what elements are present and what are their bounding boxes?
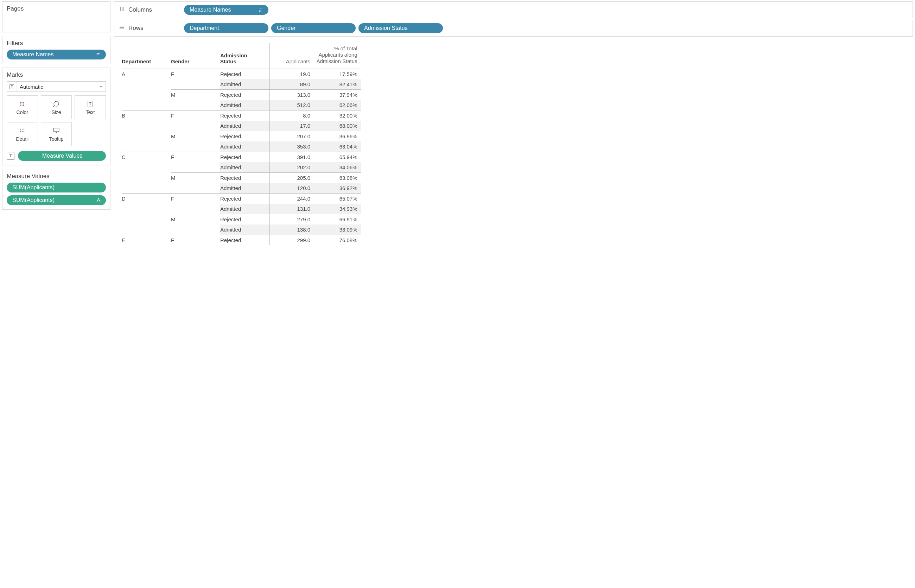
header-pct[interactable]: % of Total Applicants along Admission St… [315, 43, 361, 69]
svg-point-13 [119, 27, 120, 28]
sort-icon [96, 52, 101, 57]
svg-rect-11 [53, 128, 59, 132]
table-row[interactable]: MRejected207.036.96% [122, 131, 361, 142]
table-row[interactable]: MRejected313.037.94% [122, 90, 361, 100]
cell-applicants: 89.0 [269, 79, 315, 90]
measure-value-pill-label: SUM(Applicants) [12, 184, 55, 191]
measure-value-pill[interactable]: SUM(Applicants) [7, 183, 106, 192]
table-row[interactable]: Admitted202.034.06% [122, 162, 361, 173]
filters-title: Filters [7, 40, 106, 47]
cell-pct: 65.94% [315, 152, 361, 163]
marks-text-button[interactable]: T Text [74, 95, 106, 119]
svg-point-9 [22, 131, 23, 132]
side-panel: Pages Filters Measure Names Marks T Auto… [0, 0, 112, 588]
cell-applicants: 205.0 [269, 173, 315, 183]
cell-gender [171, 141, 220, 152]
table-row[interactable]: MRejected279.066.91% [122, 214, 361, 225]
table-row[interactable]: Admitted120.036.92% [122, 183, 361, 194]
detail-icon [19, 126, 26, 135]
table-row[interactable]: CFRejected391.065.94% [122, 152, 361, 163]
svg-point-5 [20, 129, 21, 130]
svg-point-0 [20, 102, 21, 103]
cell-status: Admitted [220, 183, 269, 194]
cell-pct: 32.00% [315, 110, 361, 121]
cell-pct: 37.94% [315, 90, 361, 100]
cell-department [122, 121, 171, 131]
table-row[interactable]: Admitted138.033.09% [122, 225, 361, 235]
cell-gender: M [171, 90, 220, 100]
cell-status: Rejected [220, 69, 269, 79]
rows-pill-label: Gender [277, 25, 295, 31]
cell-gender: M [171, 173, 220, 183]
header-gender[interactable]: Gender [171, 43, 220, 69]
marks-tooltip-button[interactable]: Tooltip [41, 122, 72, 146]
cell-applicants: 353.0 [269, 141, 315, 152]
marks-pill-measure-values[interactable]: Measure Values [18, 151, 106, 161]
cell-status: Admitted [220, 79, 269, 90]
cell-pct: 82.41% [315, 79, 361, 90]
rows-pill[interactable]: Admission Status [358, 23, 443, 33]
table-row[interactable]: BFRejected8.032.00% [122, 110, 361, 121]
size-icon [52, 100, 60, 108]
viz-area: Department Gender Admission Status Appli… [112, 37, 915, 588]
table-row[interactable]: MRejected205.063.08% [122, 173, 361, 183]
table-row[interactable]: Admitted17.068.00% [122, 121, 361, 131]
chevron-down-icon [96, 82, 105, 92]
columns-pill[interactable]: Measure Names [184, 5, 268, 15]
svg-point-1 [23, 102, 24, 103]
marks-type-dropdown[interactable]: T Automatic [7, 81, 106, 92]
table-row[interactable]: Admitted89.082.41% [122, 79, 361, 90]
svg-point-14 [119, 29, 120, 29]
cell-department [122, 225, 171, 235]
marks-type-label: Automatic [17, 84, 96, 90]
svg-point-12 [119, 26, 120, 26]
cell-applicants: 202.0 [269, 162, 315, 173]
cell-pct: 65.07% [315, 194, 361, 204]
rows-pill[interactable]: Gender [271, 23, 356, 33]
header-applicants[interactable]: Applicants [269, 43, 315, 69]
text-mark-indicator-icon: T [7, 152, 15, 160]
svg-point-8 [20, 131, 21, 132]
cell-applicants: 8.0 [269, 110, 315, 121]
cell-department: E [122, 235, 171, 246]
header-department[interactable]: Department [122, 43, 171, 69]
header-status[interactable]: Admission Status [220, 43, 269, 69]
cell-department [122, 173, 171, 183]
marks-text-label: Text [86, 110, 95, 115]
table-row[interactable]: DFRejected244.065.07% [122, 194, 361, 204]
columns-shelf[interactable]: Columns Measure Names [114, 2, 913, 18]
crosstab-table: Department Gender Admission Status Appli… [122, 43, 361, 245]
text-type-icon: T [7, 82, 17, 92]
pages-shelf[interactable]: Pages [2, 2, 110, 32]
cell-applicants: 17.0 [269, 121, 315, 131]
marks-detail-button[interactable]: Detail [7, 122, 38, 146]
filter-pill-measure-names[interactable]: Measure Names [7, 50, 106, 60]
rows-label: Rows [128, 25, 144, 32]
rows-pill-label: Admission Status [364, 25, 408, 31]
rows-shelf[interactable]: Rows DepartmentGenderAdmission Status [114, 20, 913, 37]
table-row[interactable]: Admitted353.063.04% [122, 141, 361, 152]
cell-status: Admitted [220, 100, 269, 110]
table-calc-icon [96, 198, 101, 203]
cell-gender: M [171, 214, 220, 225]
cell-applicants: 299.0 [269, 235, 315, 246]
cell-pct: 36.92% [315, 183, 361, 194]
table-row[interactable]: Admitted131.034.93% [122, 204, 361, 214]
cell-applicants: 19.0 [269, 69, 315, 79]
cell-gender: F [171, 235, 220, 246]
marks-size-label: Size [52, 110, 61, 115]
marks-size-button[interactable]: Size [41, 95, 72, 119]
measure-value-pill[interactable]: SUM(Applicants) [7, 195, 106, 205]
table-row[interactable]: Admitted512.062.06% [122, 100, 361, 110]
main-pane: Columns Measure Names Rows DepartmentGen… [112, 0, 915, 588]
svg-point-10 [24, 131, 25, 132]
filter-pill-label: Measure Names [12, 52, 53, 58]
filters-shelf[interactable]: Filters Measure Names [2, 36, 110, 64]
table-row[interactable]: EFRejected299.076.08% [122, 235, 361, 246]
rows-pill[interactable]: Department [184, 23, 268, 33]
table-row[interactable]: AFRejected19.017.59% [122, 69, 361, 79]
measure-values-shelf[interactable]: Measure Values SUM(Applicants)SUM(Applic… [2, 169, 110, 210]
marks-color-button[interactable]: Color [7, 95, 38, 119]
cell-department: B [122, 110, 171, 121]
cell-gender [171, 121, 220, 131]
